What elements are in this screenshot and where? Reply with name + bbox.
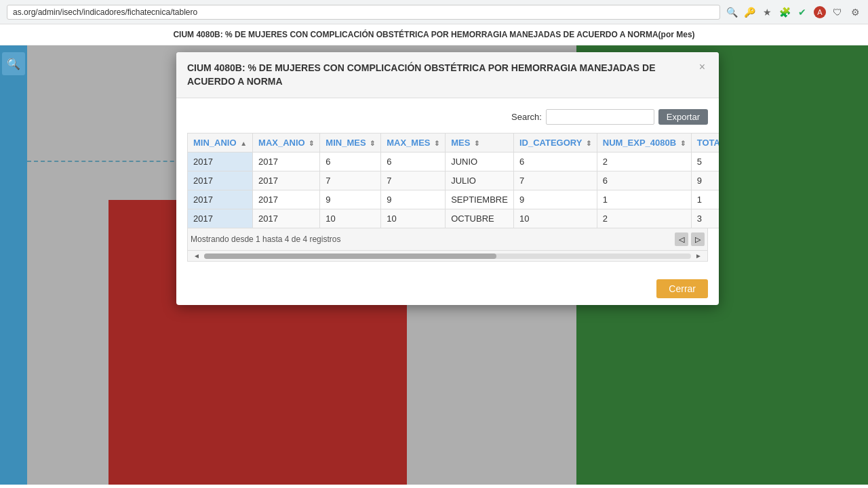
scroll-left-arrow[interactable]: ◄: [192, 252, 201, 260]
table-cell: 2017: [253, 190, 320, 209]
main-content: 🔍 100.00 CATEGORY CIUM 4080B: % DE MUJER…: [0, 45, 868, 485]
key-icon[interactable]: 🔑: [743, 6, 755, 18]
table-cell: 6: [597, 171, 691, 190]
col-min-mes[interactable]: MIN_MES ⇕: [320, 134, 381, 152]
table-cell: 10: [513, 209, 597, 228]
table-cell: 2017: [188, 152, 253, 171]
sidebar: 🔍: [0, 45, 27, 485]
search-icon[interactable]: 🔍: [726, 6, 738, 18]
col-mes[interactable]: MES ⇕: [446, 134, 514, 152]
star-icon[interactable]: ★: [761, 6, 773, 18]
table-cell: 2017: [253, 209, 320, 228]
extension-icon-1[interactable]: 🧩: [778, 6, 791, 18]
col-id-category[interactable]: ID_CATEGORY ⇕: [513, 134, 597, 152]
modal-title: CIUM 4080B: % DE MUJERES CON COMPLICACIÓ…: [187, 62, 696, 88]
table-cell: OCTUBRE: [446, 209, 514, 228]
url-bar[interactable]: as.org/admin/isech/indicadores/fichatecn…: [7, 5, 720, 20]
extension-icon-3[interactable]: A: [814, 6, 826, 18]
table-cell: 2: [597, 209, 691, 228]
extension-icon-5[interactable]: ⚙: [849, 6, 861, 18]
col-total-exp[interactable]: TOTAL_EXP_4... ⇕: [691, 134, 719, 152]
table-row: 201720171010OCTUBRE1023: [188, 209, 719, 228]
browser-bar: as.org/admin/isech/indicadores/fichatecn…: [0, 0, 868, 24]
table-cell: 6: [320, 152, 381, 171]
col-max-anio[interactable]: MAX_ANIO ⇕: [253, 134, 320, 152]
modal-footer: Cerrar: [176, 272, 719, 305]
sidebar-search-button[interactable]: 🔍: [2, 52, 25, 75]
table-cell: 7: [513, 171, 597, 190]
table-cell: JULIO: [446, 171, 514, 190]
sort-icon-max-mes: ⇕: [434, 140, 439, 147]
pagination-prev-button[interactable]: ◁: [675, 232, 688, 246]
top-notification-bar: CIUM 4080B: % DE MUJERES CON COMPLICACIÓ…: [0, 24, 868, 45]
table-cell: 1: [597, 190, 691, 209]
table-cell: 9: [320, 190, 381, 209]
scroll-thumb[interactable]: [204, 253, 496, 259]
modal-dialog: CIUM 4080B: % DE MUJERES CON COMPLICACIÓ…: [176, 52, 719, 305]
table-cell: 2017: [253, 152, 320, 171]
table-cell: 2017: [253, 171, 320, 190]
data-table: MIN_ANIO ▲ MAX_ANIO ⇕ MIN_MES ⇕: [187, 133, 719, 228]
col-min-anio[interactable]: MIN_ANIO ▲: [188, 134, 253, 152]
sort-icon-id-category: ⇕: [586, 140, 591, 147]
table-cell: 2: [597, 152, 691, 171]
search-bar: Search: Exportar: [187, 109, 708, 125]
modal-close-button[interactable]: ×: [696, 62, 708, 73]
table-cell: 10: [320, 209, 381, 228]
table-cell: 5: [691, 152, 719, 171]
search-label: Search:: [511, 112, 542, 122]
table-cell: 6: [513, 152, 597, 171]
table-cell: 9: [381, 190, 446, 209]
sort-icon-num-exp: ⇕: [680, 140, 686, 147]
table-header-row: MIN_ANIO ▲ MAX_ANIO ⇕ MIN_MES ⇕: [188, 134, 719, 152]
modal-body: Search: Exportar MIN_ANIO ▲: [176, 98, 719, 272]
table-row: 2017201777JULIO769: [188, 171, 719, 190]
table-cell: 1: [691, 190, 719, 209]
top-bar-text: CIUM 4080B: % DE MUJERES CON COMPLICACIÓ…: [173, 30, 694, 39]
modal-overlay: CIUM 4080B: % DE MUJERES CON COMPLICACIÓ…: [27, 45, 868, 485]
table-cell: 7: [381, 171, 446, 190]
col-max-mes[interactable]: MAX_MES ⇕: [381, 134, 446, 152]
table-cell: 6: [381, 152, 446, 171]
scroll-right-arrow[interactable]: ►: [694, 252, 703, 260]
table-row: 2017201799SEPTIEMBRE911: [188, 190, 719, 209]
modal-header: CIUM 4080B: % DE MUJERES CON COMPLICACIÓ…: [176, 52, 719, 98]
table-cell: 2017: [188, 190, 253, 209]
cerrar-button[interactable]: Cerrar: [656, 279, 708, 298]
table-cell: 2017: [188, 209, 253, 228]
scroll-track[interactable]: [204, 253, 691, 259]
horizontal-scrollbar[interactable]: ◄ ►: [187, 251, 708, 262]
pagination-controls: ◁ ▷: [675, 232, 705, 246]
table-cell: JUNIO: [446, 152, 514, 171]
table-cell: 3: [691, 209, 719, 228]
table-cell: 9: [691, 171, 719, 190]
extension-icon-2[interactable]: ✔: [796, 6, 808, 18]
table-row: 2017201766JUNIO625: [188, 152, 719, 171]
search-input[interactable]: [546, 109, 654, 125]
extension-icon-4[interactable]: 🛡: [831, 6, 844, 18]
table-cell: 9: [513, 190, 597, 209]
col-num-exp[interactable]: NUM_EXP_4080B ⇕: [597, 134, 691, 152]
table-cell: 2017: [188, 171, 253, 190]
pagination-bar: Mostrando desde 1 hasta 4 de 4 registros…: [187, 228, 708, 251]
table-cell: 10: [381, 209, 446, 228]
export-button[interactable]: Exportar: [658, 109, 708, 125]
browser-icons: 🔍 🔑 ★ 🧩 ✔ A 🛡 ⚙: [726, 6, 861, 18]
table-cell: SEPTIEMBRE: [446, 190, 514, 209]
sort-icon-min-mes: ⇕: [370, 140, 375, 147]
table-cell: 7: [320, 171, 381, 190]
sort-icon-max-anio: ⇕: [309, 140, 314, 147]
pagination-text: Mostrando desde 1 hasta 4 de 4 registros: [191, 235, 340, 244]
sort-icon-mes: ⇕: [474, 140, 479, 147]
sort-icon-min-anio: ▲: [240, 140, 247, 147]
chart-background: 100.00 CATEGORY CIUM 4080B: % DE MUJERES…: [27, 45, 868, 485]
pagination-next-button[interactable]: ▷: [691, 232, 705, 246]
